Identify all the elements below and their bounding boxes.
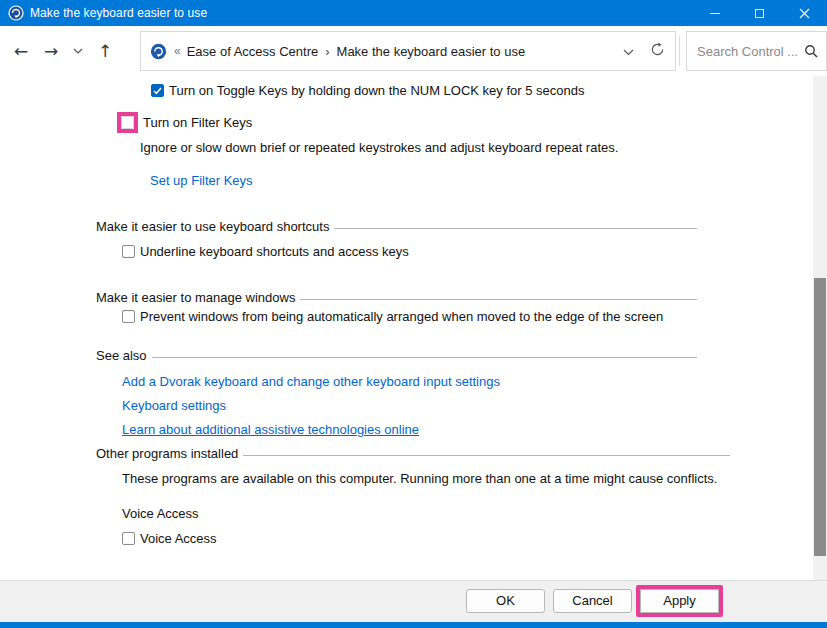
assistive-technologies-link[interactable]: Learn about additional assistive technol… [122, 422, 419, 437]
prevent-arrange-row: Prevent windows from being automatically… [122, 309, 663, 324]
toolbar-divider [679, 36, 680, 66]
section-title: See also [96, 348, 152, 363]
ease-of-access-icon [150, 43, 167, 60]
section-rule [334, 228, 697, 229]
keyboard-settings-link[interactable]: Keyboard settings [122, 398, 226, 413]
see-also-section-header: See also [96, 348, 697, 363]
shortcuts-section-header: Make it easier to use keyboard shortcuts [96, 219, 697, 234]
section-rule [152, 357, 697, 358]
set-up-filter-keys-link[interactable]: Set up Filter Keys [150, 173, 253, 188]
back-button[interactable]: ← [6, 36, 36, 66]
toggle-keys-label[interactable]: Turn on Toggle Keys by holding down the … [169, 83, 585, 98]
filter-keys-checkbox[interactable] [121, 116, 134, 129]
voice-access-heading: Voice Access [122, 506, 199, 521]
underline-shortcuts-label[interactable]: Underline keyboard shortcuts and access … [140, 244, 409, 259]
chevron-down-icon [73, 48, 83, 54]
breadcrumb-current-page[interactable]: Make the keyboard easier to use [337, 44, 526, 59]
other-programs-description: These programs are available on this com… [122, 471, 717, 486]
window-title: Make the keyboard easier to use [30, 6, 207, 20]
back-icon: ← [14, 41, 28, 61]
voice-access-row: Voice Access [122, 531, 217, 546]
other-programs-section-header: Other programs installed [96, 446, 730, 461]
toggle-keys-checkbox[interactable] [151, 84, 164, 97]
check-icon [153, 87, 162, 95]
ok-button[interactable]: OK [466, 589, 545, 613]
section-title: Make it easier to manage windows [96, 290, 300, 305]
cancel-button[interactable]: Cancel [553, 589, 632, 613]
maximize-icon [755, 9, 764, 18]
refresh-button[interactable] [650, 42, 665, 60]
control-panel-window: Make the keyboard easier to use ← → [0, 0, 827, 628]
maximize-button[interactable] [737, 0, 782, 26]
address-dropdown-button[interactable] [623, 44, 634, 59]
forward-button[interactable]: → [36, 36, 66, 66]
filter-keys-row: Turn on Filter Keys [117, 112, 252, 133]
section-rule [243, 455, 730, 456]
underline-shortcuts-checkbox[interactable] [122, 245, 135, 258]
window-bottom-border [0, 622, 827, 628]
prevent-arrange-label[interactable]: Prevent windows from being automatically… [140, 309, 663, 324]
manage-windows-section-header: Make it easier to manage windows [96, 290, 697, 305]
minimize-button[interactable] [692, 0, 737, 26]
vertical-scrollbar[interactable] [813, 76, 827, 580]
filter-keys-label[interactable]: Turn on Filter Keys [143, 115, 252, 130]
forward-icon: → [44, 41, 58, 61]
toggle-keys-row: Turn on Toggle Keys by holding down the … [151, 83, 585, 98]
underline-shortcuts-row: Underline keyboard shortcuts and access … [122, 244, 409, 259]
dialog-footer: OK Cancel Apply [0, 580, 827, 622]
chevron-down-icon [623, 49, 634, 56]
settings-page: Turn on Toggle Keys by holding down the … [0, 76, 827, 580]
section-rule [300, 299, 697, 300]
breadcrumb-ease-of-access-centre[interactable]: Ease of Access Centre [187, 44, 319, 59]
breadcrumb-separator-icon: › [325, 44, 329, 59]
section-title: Make it easier to use keyboard shortcuts [96, 219, 334, 234]
search-icon[interactable] [804, 44, 818, 58]
up-button[interactable]: ↑ [90, 36, 120, 66]
close-button[interactable] [782, 0, 827, 26]
refresh-icon [650, 42, 665, 57]
navigation-toolbar: ← → ↑ « Ease of Access Centre › Make the… [0, 26, 827, 76]
highlight-box: Apply [636, 585, 723, 617]
recent-pages-button[interactable] [66, 36, 90, 66]
section-title: Other programs installed [96, 446, 243, 461]
apply-button[interactable]: Apply [640, 589, 719, 613]
voice-access-checkbox[interactable] [122, 532, 135, 545]
voice-access-label[interactable]: Voice Access [140, 531, 217, 546]
search-box[interactable] [686, 31, 827, 71]
search-input[interactable] [697, 44, 804, 59]
breadcrumb-prefix: « [174, 44, 181, 58]
up-icon: ↑ [98, 41, 112, 61]
prevent-arrange-checkbox[interactable] [122, 310, 135, 323]
scrollbar-thumb[interactable] [814, 278, 826, 556]
titlebar: Make the keyboard easier to use [0, 0, 827, 26]
minimize-icon [710, 13, 720, 14]
filter-keys-description: Ignore or slow down brief or repeated ke… [140, 140, 618, 155]
highlight-box [117, 112, 138, 133]
dvorak-keyboard-link[interactable]: Add a Dvorak keyboard and change other k… [122, 374, 500, 389]
address-bar[interactable]: « Ease of Access Centre › Make the keybo… [140, 31, 676, 71]
close-icon [799, 8, 810, 19]
ease-of-access-icon [8, 5, 24, 21]
